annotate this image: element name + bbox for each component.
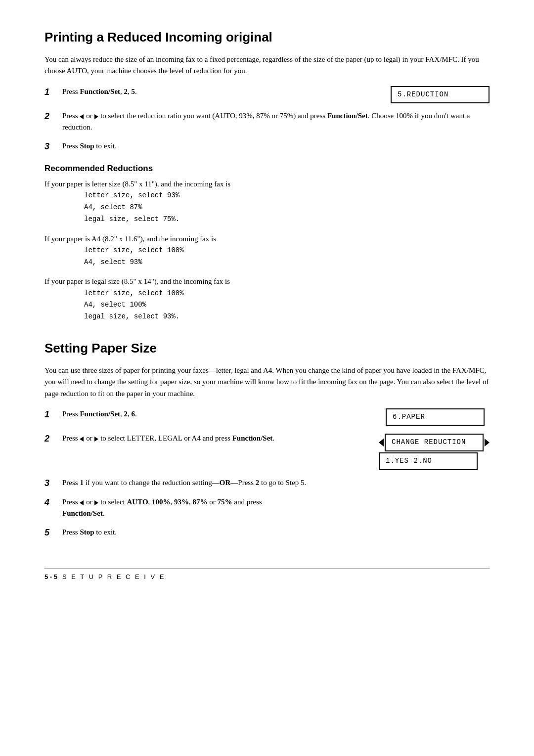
s2-step1-content: Press Function/Set, 2, 6. 6.PAPER — [62, 408, 490, 426]
s2-step2-lcd1: CHANGE REDUCTION — [385, 434, 484, 451]
rec-block3-items: letter size, select 100% A4, select 100%… — [84, 288, 490, 323]
section2-step5: 5 Press Stop to exit. — [44, 527, 490, 539]
step1-content: Press Function/Set, 2, 5. 5.REDUCTION — [62, 86, 490, 104]
s2-step3-content: Press 1 if you want to change the reduct… — [62, 477, 490, 489]
step1-bold2: 2 — [124, 88, 128, 95]
s2-step1-number: 1 — [44, 408, 59, 421]
s2-step5-bold1: Stop — [80, 528, 94, 536]
section2-steps: 1 Press Function/Set, 2, 6. 6.PAPER 2 Pr… — [44, 408, 490, 539]
recommended-title: Recommended Reductions — [44, 164, 490, 174]
section1-step2: 2 Press or to select the reduction ratio… — [44, 110, 490, 133]
s2-step4-left-icon — [80, 500, 84, 505]
section2-step1: 1 Press Function/Set, 2, 6. 6.PAPER — [44, 408, 490, 426]
s2-step4-number: 4 — [44, 496, 59, 509]
s2-right-arrow-icon — [94, 437, 98, 442]
rec-block3-intro: If your paper is legal size (8.5" x 14")… — [44, 277, 230, 285]
s2-step2-content: Press or to select LETTER, LEGAL or A4 a… — [62, 433, 490, 470]
section1-intro: You can always reduce the size of an inc… — [44, 54, 490, 77]
s2-step2-bold1: Function/Set — [232, 434, 273, 442]
step3-content: Press Stop to exit. — [62, 140, 490, 152]
section2-step4: 4 Press or to select AUTO, 100%, 93%, 87… — [44, 496, 490, 520]
rec-block3: If your paper is legal size (8.5" x 14")… — [44, 276, 490, 323]
s2-step2-lcd2: 1.YES 2.NO — [379, 452, 478, 470]
rec-block1-items: letter size, select 93% A4, select 87% l… — [84, 190, 490, 225]
step2-content: Press or to select the reduction ratio y… — [62, 110, 490, 133]
s2-step4-bold5: 75% — [218, 498, 232, 506]
footer-page-number: 5 - 5 — [44, 573, 57, 580]
rec-block2-intro: If your paper is A4 (8.2" x 11.6"), and … — [44, 235, 216, 243]
s2-step4-bold3: 93% — [174, 498, 189, 506]
s2-left-arrow-icon — [80, 437, 84, 442]
step1-bold1: Function/Set — [80, 88, 120, 95]
s2-step1-lcd-group: 6.PAPER — [386, 408, 490, 426]
s2-step4-bold6: Function/Set — [62, 509, 103, 517]
s2-step1-bold2: 2 — [124, 410, 128, 418]
step3-bold1: Stop — [80, 142, 94, 150]
section1-step1: 1 Press Function/Set, 2, 5. 5.REDUCTION — [44, 86, 490, 104]
rec-block1: If your paper is letter size (8.5" x 11"… — [44, 178, 490, 225]
s2-step3-bold3: 2 — [256, 479, 260, 487]
section1-step3: 3 Press Stop to exit. — [44, 140, 490, 153]
s2-step3-number: 3 — [44, 477, 59, 489]
section1-title: Printing a Reduced Incoming original — [44, 30, 490, 45]
s2-step2-number: 2 — [44, 433, 59, 445]
s2-step2-text: Press or to select LETTER, LEGAL or A4 a… — [62, 433, 379, 444]
rec-block1-intro: If your paper is letter size (8.5" x 11"… — [44, 180, 230, 188]
section1-steps: 1 Press Function/Set, 2, 5. 5.REDUCTION … — [44, 86, 490, 153]
s2-step2-lcd-group: CHANGE REDUCTION 1.YES 2.NO — [379, 433, 490, 470]
rec-block2-items: letter size, select 100% A4, select 93% — [84, 245, 490, 268]
s2-step4-right-icon — [94, 500, 98, 505]
s2-step1-bold1: Function/Set — [80, 410, 120, 418]
right-arrow-icon — [94, 114, 98, 119]
s2-step4-content: Press or to select AUTO, 100%, 93%, 87% … — [62, 496, 490, 520]
section2-title: Setting Paper Size — [44, 341, 490, 356]
section2-step2: 2 Press or to select LETTER, LEGAL or A4… — [44, 433, 490, 470]
lcd-arrow-left-icon — [379, 439, 384, 446]
s2-step1-text: Press Function/Set, 2, 6. — [62, 408, 386, 420]
page-footer: 5 - 5 S E T U P R E C E I V E — [44, 569, 490, 580]
s2-step2-lcd-row1: CHANGE REDUCTION — [379, 434, 490, 451]
step2-number: 2 — [44, 110, 59, 123]
s2-step3-bold2: OR — [220, 479, 231, 487]
step1-lcd: 5.REDUCTION — [391, 86, 490, 104]
rec-block2: If your paper is A4 (8.2" x 11.6"), and … — [44, 233, 490, 268]
s2-step4-bold1: AUTO — [127, 498, 148, 506]
step1-bold3: 5 — [132, 88, 135, 95]
section2-intro: You can use three sizes of paper for pri… — [44, 365, 490, 400]
step1-text: Press Function/Set, 2, 5. — [62, 86, 391, 97]
left-arrow-icon — [80, 114, 84, 119]
s2-step4-bold2: 100% — [152, 498, 171, 506]
s2-step5-number: 5 — [44, 527, 59, 539]
s2-step1-lcd1: 6.PAPER — [386, 408, 485, 426]
footer-section-label: S E T U P R E C E I V E — [62, 573, 165, 580]
s2-step3-bold1: 1 — [80, 479, 84, 487]
s2-step5-content: Press Stop to exit. — [62, 527, 490, 538]
section2-step3: 3 Press 1 if you want to change the redu… — [44, 477, 490, 489]
step3-number: 3 — [44, 140, 59, 153]
s2-step1-bold3: 6 — [132, 410, 135, 418]
step1-number: 1 — [44, 86, 59, 98]
s2-step4-bold4: 87% — [193, 498, 208, 506]
recommended-section: Recommended Reductions If your paper is … — [44, 164, 490, 323]
lcd-arrow-right-icon — [485, 439, 490, 446]
step2-bold1: Function/Set — [327, 112, 368, 120]
